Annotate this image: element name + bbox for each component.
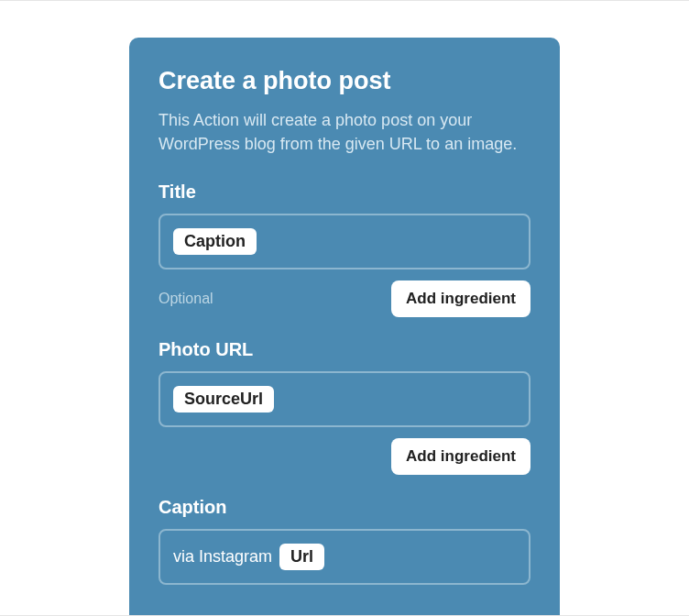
add-ingredient-button-photo-url[interactable]: Add ingredient — [391, 438, 530, 475]
field-photo-url-label: Photo URL — [159, 339, 530, 360]
field-caption: Caption via Instagram Url — [159, 497, 530, 585]
field-caption-label: Caption — [159, 497, 530, 518]
field-title-input[interactable]: Caption — [159, 214, 530, 270]
field-title-optional: Optional — [159, 291, 213, 307]
action-config-card: Create a photo post This Action will cre… — [129, 38, 560, 616]
field-caption-input[interactable]: via Instagram Url — [159, 529, 530, 585]
ingredient-pill-url[interactable]: Url — [279, 544, 324, 570]
field-title-label: Title — [159, 182, 530, 203]
card-title: Create a photo post — [159, 67, 530, 95]
field-photo-url-input[interactable]: SourceUrl — [159, 371, 530, 427]
field-photo-url: Photo URL SourceUrl Add ingredient — [159, 339, 530, 475]
ingredient-pill-sourceurl[interactable]: SourceUrl — [173, 386, 274, 412]
ingredient-pill-caption[interactable]: Caption — [173, 228, 257, 255]
field-title: Title Caption Optional Add ingredient — [159, 182, 530, 317]
add-ingredient-button-title[interactable]: Add ingredient — [391, 280, 530, 317]
card-description: This Action will create a photo post on … — [159, 108, 530, 156]
field-caption-prefix-text: via Instagram — [173, 547, 272, 566]
